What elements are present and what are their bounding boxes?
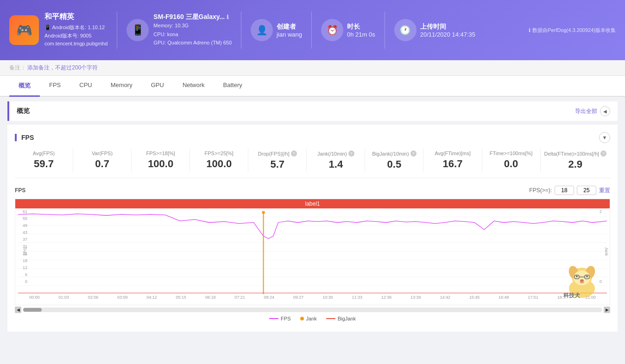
fps-threshold-input-18[interactable] — [555, 186, 574, 195]
fps-chart-svg — [18, 208, 607, 294]
notes-link[interactable]: 添加备注，不超过200个字符 — [27, 64, 98, 71]
main-content: 概览 导出全部 ◀ FPS ▼ Avg(FPS) 59.7 Var(FPS) 0… — [0, 97, 625, 340]
creator-value: jian wang — [277, 31, 302, 38]
stat-drop-fps: Drop(FPS)[/h] ? 5.7 — [248, 149, 307, 172]
divider-2 — [241, 12, 241, 49]
arrow-left-icon: ◀ — [600, 106, 610, 116]
app-text: 和平精英 📱 Android版本名: 1.10.12 Android版本号: 9… — [44, 12, 107, 48]
chart-with-axes: 61554943373124181260 FPS — [15, 208, 610, 294]
jank-y-axis-label: Jank — [604, 247, 608, 256]
device-section: 📱 SM-F9160 三星Galaxy... ℹ Memory: 10.3G C… — [126, 13, 232, 47]
device-info-icon[interactable]: ℹ — [227, 14, 229, 20]
reset-button[interactable]: 重置 — [599, 187, 610, 195]
stat-fps-25-label: FPS>=25[%] — [194, 151, 244, 156]
device-gpu: GPU: Qualcomm Adreno (TM) 650 — [153, 38, 232, 47]
fps-threshold-input-25[interactable] — [577, 186, 596, 195]
notes-bar: 备注： 添加备注，不超过200个字符 — [0, 60, 625, 76]
stat-var-fps: Var(FPS) 0.7 — [73, 149, 132, 172]
stat-avg-ftime-label: Avg(FTime)[ms] — [427, 151, 478, 156]
tab-network[interactable]: Network — [173, 76, 214, 97]
chart-scrollbar-container: ◀ ▶ — [15, 307, 610, 313]
stat-jank-value: 1.4 — [310, 158, 361, 170]
device-text: SM-F9160 三星Galaxy... ℹ Memory: 10.3G CPU… — [153, 13, 232, 47]
duration-section: ⏰ 时长 0h 21m 0s — [321, 19, 375, 41]
svg-point-24 — [586, 276, 588, 277]
stat-delta-ftime: Delta(FTime)>100ms[/h] ? 2.9 — [541, 149, 611, 172]
stat-drop-fps-value: 5.7 — [252, 158, 303, 170]
duration-label: 时长 — [347, 23, 375, 31]
chart-label-bar: label1 — [15, 199, 610, 208]
stat-fps-18-label: FPS>=18[%] — [135, 151, 186, 156]
stat-bigjank-value: 0.5 — [369, 158, 419, 170]
legend-bigjank-label: BigJank — [338, 316, 356, 321]
tab-battery[interactable]: Battery — [214, 76, 252, 97]
notes-prefix: 备注： — [9, 64, 26, 71]
stat-avg-fps: Avg(FPS) 59.7 — [15, 149, 73, 172]
stat-avg-fps-value: 59.7 — [19, 158, 69, 170]
legend-jank-label: Jank — [306, 316, 317, 321]
fps-threshold-label: FPS(>=): — [529, 187, 552, 194]
scroll-right-button[interactable]: ▶ — [604, 307, 610, 313]
stat-jank: Jank(/10min) ? 1.4 — [307, 149, 365, 172]
help-icon[interactable]: ? — [291, 151, 297, 157]
app-version-code: Android版本号: 9005 — [44, 32, 107, 40]
app-version-name: 📱 Android版本名: 1.10.12 — [44, 24, 107, 32]
stat-delta-ftime-value: 2.9 — [544, 158, 607, 170]
help-icon-bigjank[interactable]: ? — [410, 151, 417, 157]
duration-text: 时长 0h 21m 0s — [347, 23, 375, 38]
stat-avg-ftime-value: 16.7 — [427, 158, 478, 170]
nav-tabs: 概览 FPS CPU Memory GPU Network Battery — [0, 76, 625, 97]
creator-text: 创建者 jian wang — [277, 23, 302, 38]
creator-icon: 👤 — [251, 19, 273, 41]
stat-fps-18: FPS>=18[%] 100.0 — [132, 149, 190, 172]
stat-fps-25-value: 100.0 — [194, 158, 244, 170]
upload-icon: 🕐 — [394, 19, 417, 41]
app-name: 和平精英 — [44, 12, 107, 22]
tab-overview[interactable]: 概览 — [9, 76, 40, 97]
device-memory: Memory: 10.3G — [153, 21, 232, 30]
stat-drop-fps-label: Drop(FPS)[/h] ? — [252, 151, 303, 157]
help-icon-delta[interactable]: ? — [600, 151, 606, 157]
svg-point-12 — [262, 211, 265, 214]
device-icon: 📱 — [126, 19, 149, 41]
svg-point-23 — [576, 276, 578, 277]
help-icon-jank[interactable]: ? — [348, 151, 354, 157]
info-circle-icon: ℹ — [529, 27, 530, 33]
stat-var-fps-label: Var(FPS) — [77, 151, 127, 156]
chart-controls: FPS FPS(>=): 重置 — [15, 186, 610, 195]
stat-fps-18-value: 100.0 — [135, 158, 186, 170]
stat-delta-ftime-label: Delta(FTime)>100ms[/h] ? — [544, 151, 607, 157]
export-button[interactable]: 导出全部 ◀ — [575, 106, 610, 116]
overview-section-header: 概览 导出全部 ◀ — [7, 101, 618, 121]
tab-memory[interactable]: Memory — [101, 76, 142, 97]
tab-fps[interactable]: FPS — [40, 76, 70, 97]
fps-card: FPS ▼ Avg(FPS) 59.7 Var(FPS) 0.7 FPS>=18… — [7, 125, 618, 332]
fps-chart-area: label1 61554943373124181260 FPS — [15, 199, 610, 305]
creator-label: 创建者 — [277, 23, 302, 31]
upload-value: 20/11/2020 14:47:35 — [420, 31, 475, 38]
stat-var-fps-value: 0.7 — [77, 158, 127, 170]
perfdog-note: ℹ 数据由PerfDog(4.3.200924)版本收集 — [529, 27, 616, 34]
tab-cpu[interactable]: CPU — [70, 76, 101, 97]
stat-ftime-100-label: FTime>=100ms[%] — [486, 151, 537, 156]
collapse-button[interactable]: ▼ — [599, 132, 610, 143]
app-icon: 🎮 — [9, 15, 39, 45]
divider-4 — [385, 12, 385, 49]
header: 🎮 和平精英 📱 Android版本名: 1.10.12 Android版本号:… — [0, 0, 625, 60]
duration-value: 0h 21m 0s — [347, 31, 375, 38]
legend-jank: Jank — [300, 316, 317, 321]
tab-gpu[interactable]: GPU — [142, 76, 173, 97]
stat-fps-25: FPS>=25[%] 100.0 — [190, 149, 248, 172]
fps-card-header: FPS ▼ — [15, 132, 610, 143]
chart-fps-label: FPS — [15, 187, 25, 194]
legend-bigjank-line — [326, 318, 335, 319]
scroll-left-button[interactable]: ◀ — [15, 307, 21, 313]
fps-threshold-controls: FPS(>=): 重置 — [529, 186, 610, 195]
legend-fps-line — [269, 318, 278, 319]
legend-bigjank: BigJank — [326, 316, 356, 321]
stat-avg-fps-label: Avg(FPS) — [19, 151, 69, 156]
scrollbar-track[interactable] — [23, 308, 602, 312]
stat-jank-label: Jank(/10min) ? — [310, 151, 361, 157]
scrollbar-thumb — [23, 308, 42, 312]
stat-avg-ftime: Avg(FTime)[ms] 16.7 — [423, 149, 482, 172]
